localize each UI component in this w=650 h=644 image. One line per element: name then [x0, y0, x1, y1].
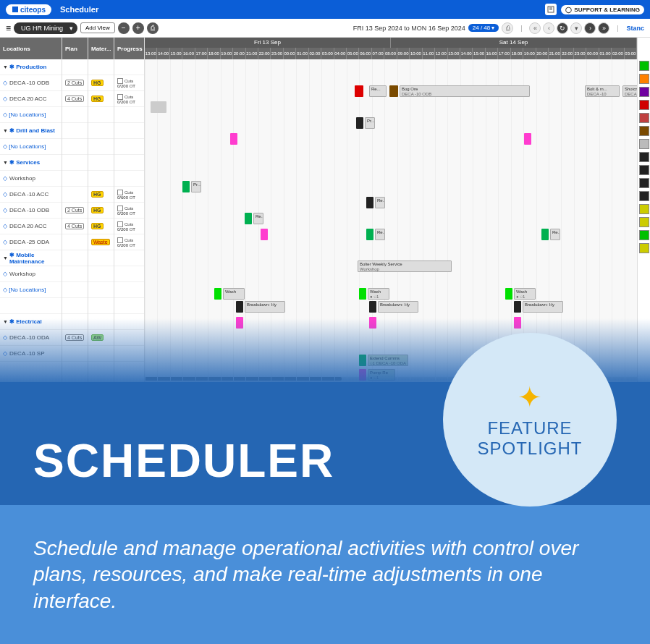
- grid-row[interactable]: ◇DECA -25 ODA: [0, 234, 62, 250]
- grid-row[interactable]: ▼✱ Mobile Maintenance: [0, 250, 62, 266]
- gantt-task[interactable]: [261, 229, 268, 240]
- gantt-task[interactable]: [366, 197, 373, 208]
- grid-row[interactable]: 4 Cuts: [62, 219, 88, 234]
- legend-swatch[interactable]: [639, 178, 649, 188]
- gantt-task[interactable]: [356, 117, 363, 129]
- gantt-task[interactable]: Bolter Weekly ServiceWorkshop: [358, 260, 452, 272]
- gantt-task[interactable]: [514, 301, 521, 313]
- grid-row[interactable]: [62, 250, 88, 266]
- grid-row[interactable]: 2 Cuts: [62, 203, 88, 219]
- print-button[interactable]: ⎙: [147, 22, 159, 34]
- legend-swatch[interactable]: [639, 204, 649, 214]
- grid-row[interactable]: ◇Workshop: [0, 266, 62, 282]
- grid-row[interactable]: [62, 107, 88, 123]
- gantt-task[interactable]: Breakdown- Hy: [523, 301, 563, 313]
- grid-row[interactable]: ◇Workshop: [0, 171, 62, 187]
- grid-row[interactable]: [114, 298, 144, 314]
- grid-row[interactable]: [88, 59, 114, 75]
- gantt-task[interactable]: Re...: [375, 197, 385, 208]
- grid-row[interactable]: [114, 59, 144, 75]
- grid-row[interactable]: Waste: [88, 234, 114, 250]
- grid-row[interactable]: [62, 171, 88, 187]
- nav-prev[interactable]: ‹: [543, 22, 554, 34]
- grid-row[interactable]: [114, 282, 144, 298]
- grid-row[interactable]: ◇DECA -10 ACC: [0, 187, 62, 203]
- grid-row[interactable]: [88, 107, 114, 123]
- gantt-task[interactable]: Re...: [550, 229, 560, 240]
- nav-dropdown[interactable]: ▾: [570, 22, 582, 34]
- add-view-button[interactable]: Add View: [80, 22, 115, 33]
- gantt-task[interactable]: Wash● ○1: [368, 288, 389, 300]
- grid-row[interactable]: [62, 266, 88, 282]
- grid-row[interactable]: [114, 139, 144, 155]
- legend-swatch[interactable]: [639, 230, 649, 240]
- grid-row[interactable]: Cuts 0/200 OT: [114, 203, 144, 219]
- print-icon[interactable]: ⎙: [502, 22, 513, 34]
- gantt-task[interactable]: [245, 213, 252, 224]
- legend-swatch[interactable]: [639, 165, 649, 175]
- gantt-task[interactable]: Pr...: [365, 117, 375, 129]
- legend-swatch[interactable]: [639, 87, 649, 97]
- grid-row[interactable]: [62, 59, 88, 75]
- nav-first[interactable]: «: [529, 22, 541, 34]
- gantt-task[interactable]: [366, 229, 373, 240]
- grid-row[interactable]: ◇ [No Locations]: [0, 139, 62, 155]
- gantt-task[interactable]: Bolt & m...DECA -10: [585, 85, 620, 97]
- grid-row[interactable]: Cuts 0/600 OT: [114, 187, 144, 203]
- gantt-task[interactable]: [355, 85, 363, 97]
- gantt-task[interactable]: [236, 301, 243, 313]
- grid-row[interactable]: [88, 139, 114, 155]
- grid-row[interactable]: ▼✱ Services: [0, 155, 62, 171]
- grid-row[interactable]: [0, 298, 62, 314]
- grid-row[interactable]: [88, 298, 114, 314]
- grid-row[interactable]: Cuts 0/200 OT: [114, 219, 144, 234]
- grid-row[interactable]: HG: [88, 219, 114, 234]
- grid-row[interactable]: [114, 155, 144, 171]
- gantt-task[interactable]: [389, 85, 398, 97]
- gantt-task[interactable]: Bog OreDECA -10 ODB: [400, 85, 530, 97]
- legend-swatch[interactable]: [639, 113, 649, 123]
- grid-row[interactable]: HG: [88, 187, 114, 203]
- grid-row[interactable]: [88, 250, 114, 266]
- counter-pill[interactable]: 24 / 48 ▾: [468, 24, 499, 32]
- gantt-task[interactable]: Re...: [375, 229, 385, 240]
- grid-row[interactable]: [114, 123, 144, 139]
- grid-row[interactable]: [62, 123, 88, 139]
- menu-icon[interactable]: ≡: [6, 23, 11, 33]
- legend-swatch[interactable]: [639, 191, 649, 201]
- grid-row[interactable]: [88, 123, 114, 139]
- grid-row[interactable]: [88, 282, 114, 298]
- legend-swatch[interactable]: [639, 152, 649, 162]
- gantt-task[interactable]: [214, 288, 221, 300]
- gantt-task[interactable]: Wash● ○1: [514, 288, 536, 300]
- grid-row[interactable]: ◇DECA 20 ACC: [0, 219, 62, 234]
- grid-row[interactable]: Cuts 0/200 OT: [114, 234, 144, 250]
- grid-row[interactable]: HG: [88, 91, 114, 107]
- grid-row[interactable]: Cuts 0/200 OT: [114, 91, 144, 107]
- zoom-in-button[interactable]: +: [132, 22, 144, 34]
- grid-row[interactable]: HG: [88, 203, 114, 219]
- nav-last[interactable]: »: [598, 22, 609, 34]
- grid-row[interactable]: [88, 171, 114, 187]
- grid-row[interactable]: [88, 155, 114, 171]
- gantt-task[interactable]: [524, 133, 531, 145]
- nav-refresh[interactable]: ↻: [557, 22, 568, 34]
- gantt-task[interactable]: Re...: [369, 85, 387, 97]
- grid-row[interactable]: ▼✱ Production: [0, 59, 62, 75]
- grid-row[interactable]: ◇ [No Locations]: [0, 107, 62, 123]
- grid-row[interactable]: ▼✱ Drill and Blast: [0, 123, 62, 139]
- site-select[interactable]: UG HR Mining: [14, 22, 77, 34]
- grid-row[interactable]: [62, 282, 88, 298]
- grid-row[interactable]: [62, 155, 88, 171]
- gantt-task[interactable]: [359, 288, 366, 300]
- grid-row[interactable]: [62, 234, 88, 250]
- notes-icon[interactable]: [545, 4, 557, 15]
- legend-swatch[interactable]: [639, 243, 649, 253]
- grid-row[interactable]: 4 Cuts: [62, 91, 88, 107]
- gantt-task[interactable]: Re...: [253, 213, 263, 224]
- grid-row[interactable]: HG: [88, 75, 114, 91]
- grid-row[interactable]: [62, 298, 88, 314]
- zoom-out-button[interactable]: −: [118, 22, 130, 34]
- grid-row[interactable]: ◇DECA -10 ODB: [0, 75, 62, 91]
- support-button[interactable]: ◯ SUPPORT & LEARNING: [561, 5, 644, 14]
